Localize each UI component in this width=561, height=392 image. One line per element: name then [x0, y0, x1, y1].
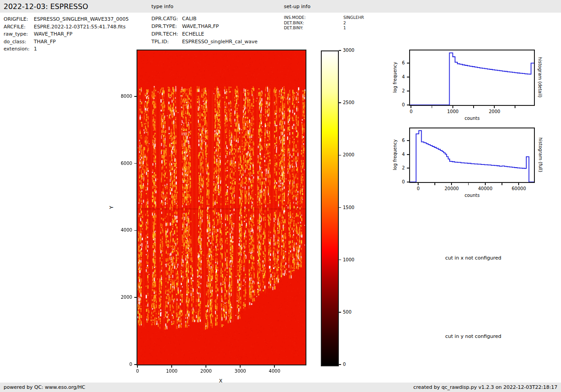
- histogram-detail-y-tick: [407, 63, 409, 64]
- histogram-detail-y-tick: [407, 91, 409, 91]
- y-tick-label: 0: [129, 362, 132, 367]
- setup-info-heading: set-up info: [284, 4, 310, 9]
- footer-left-text: powered by QC: www.eso.org/HC: [4, 384, 85, 390]
- info-value: THAR_FP: [34, 39, 56, 45]
- histogram-full-x-tick: [485, 183, 486, 185]
- info-label: DPR.TECH:: [151, 31, 178, 37]
- info-label: DPR.CATG:: [151, 16, 178, 22]
- info-value: ESPRESSO_SINGLEHR_WAVE337_0005: [34, 16, 129, 22]
- info-value: SINGLEHR: [343, 15, 364, 20]
- info-label: ORIGFILE:: [4, 16, 28, 22]
- colorbar-tick-label: 2500: [343, 100, 354, 105]
- type-info-heading: type info: [151, 4, 173, 9]
- y-tick-mark: [134, 297, 137, 298]
- x-tick-mark: [274, 365, 275, 368]
- x-tick-label: 3000: [235, 369, 246, 374]
- histogram-full-y-tick-label: 0: [402, 179, 405, 184]
- colorbar-tick-mark: [339, 260, 341, 260]
- info-value: WAVE,THAR,FP: [182, 23, 219, 29]
- histogram-full-x-tick-label: 0: [417, 186, 420, 191]
- histogram-full-x-tick: [418, 183, 419, 185]
- histogram-detail-y-tick-label: 4: [402, 74, 405, 79]
- histogram-detail-x-tick-label: 1000: [447, 109, 458, 114]
- colorbar-gradient: [321, 50, 339, 366]
- histogram-detail-x-tick: [473, 106, 474, 108]
- y-tick-label: 4000: [121, 228, 132, 232]
- colorbar-tick-mark: [339, 312, 341, 313]
- header-band: 2022-12-03: ESPRESSO type info set-up in…: [0, 0, 561, 13]
- colorbar-tick-mark: [339, 155, 341, 156]
- histogram-detail-y-tick: [407, 105, 409, 105]
- cut-y-note: cut in y not configured: [445, 333, 502, 339]
- info-value: ESPRESSO_singleHR_cal_wave: [182, 39, 258, 45]
- histogram-full-x-tick: [451, 183, 452, 185]
- colorbar-tick-label: 0: [343, 362, 346, 367]
- colorbar-tick-label: 1500: [343, 205, 354, 210]
- info-label: ARCFILE:: [4, 24, 26, 30]
- x-tick-mark: [171, 365, 172, 368]
- y-tick-mark: [134, 230, 137, 231]
- histogram-detail-yaxis-label: log frequency: [392, 62, 397, 93]
- info-label: do_class:: [4, 39, 26, 45]
- x-tick-mark: [137, 365, 138, 368]
- histogram-detail-x-tick-label: 2000: [489, 109, 500, 114]
- histogram-detail-x-tick: [410, 106, 411, 108]
- histogram-full-x-tick: [502, 183, 502, 185]
- histogram-full-yaxis-label: log frequency: [392, 139, 397, 170]
- info-value: CALIB: [182, 16, 196, 22]
- colorbar-tick-label: 3000: [343, 48, 354, 53]
- histogram-detail-xaxis-label: counts: [465, 116, 479, 121]
- x-tick-label: 0: [136, 369, 139, 374]
- histogram-detail-x-tick: [515, 106, 515, 108]
- histogram-detail-y-tick-label: 2: [402, 88, 405, 93]
- colorbar-tick-mark: [339, 364, 341, 365]
- y-tick-mark: [134, 364, 137, 365]
- footer-right-text: created by qc_rawdisp.py v1.2.3 on 2022-…: [413, 384, 557, 390]
- histogram-full-y-tick: [407, 140, 409, 141]
- histogram-full-line: [410, 128, 534, 182]
- y-tick-label: 8000: [121, 94, 132, 99]
- histogram-full-y-tick: [407, 168, 409, 169]
- histogram-detail-x-tick: [452, 106, 453, 108]
- histogram-full-y-tick-label: 4: [402, 152, 405, 157]
- colorbar-tick-label: 2000: [343, 152, 354, 157]
- info-label: raw_type:: [4, 31, 28, 37]
- histogram-full-side-label: histogram (full): [538, 137, 543, 172]
- histogram-detail-x-tick: [494, 106, 495, 108]
- y-tick-label: 2000: [121, 295, 132, 300]
- histogram-full-x-tick-label: 60000: [511, 186, 526, 191]
- histogram-full-x-tick-label: 40000: [478, 186, 493, 191]
- x-tick-label: 4000: [269, 369, 280, 374]
- colorbar-tick-label: 1000: [343, 257, 354, 262]
- histogram-full-x-tick: [468, 183, 469, 185]
- histogram-full-y-tick: [407, 154, 409, 155]
- y-tick-label: 6000: [121, 161, 132, 166]
- histogram-full-y-tick-label: 2: [402, 165, 405, 170]
- info-label: extension:: [4, 46, 29, 52]
- colorbar-tick-label: 500: [343, 310, 351, 315]
- histogram-full-x-tick: [518, 183, 519, 185]
- histogram-detail-x-tick: [432, 106, 433, 108]
- histogram-full-y-tick-label: 6: [402, 138, 405, 143]
- qc-report-page: 2022-12-03: ESPRESSO type info set-up in…: [0, 0, 561, 392]
- info-value: 1: [34, 46, 37, 52]
- colorbar-tick-mark: [339, 207, 341, 208]
- histogram-full-x-tick-label: 20000: [444, 186, 459, 191]
- y-tick-mark: [134, 163, 137, 164]
- info-value: ESPRE.2022-12-03T21:55:41.748.fits: [34, 24, 126, 30]
- raw-image-yaxis-label: Y: [109, 206, 114, 209]
- x-tick-label: 2000: [201, 369, 212, 374]
- histogram-detail-line: [410, 50, 534, 105]
- info-value: 1: [343, 26, 346, 30]
- histogram-detail-y-tick: [407, 77, 409, 77]
- colorbar-tick-mark: [339, 102, 341, 103]
- info-label: TPL.ID:: [151, 39, 169, 45]
- histogram-full-x-tick: [434, 183, 435, 185]
- y-tick-mark: [134, 96, 137, 97]
- x-tick-label: 1000: [166, 369, 178, 374]
- histogram-detail-y-tick-label: 6: [402, 60, 405, 65]
- info-value: WAVE_THAR_FP: [34, 31, 73, 37]
- info-value: 2: [343, 21, 346, 25]
- histogram-full-y-tick: [407, 182, 409, 182]
- histogram-detail-y-tick-label: 0: [402, 102, 405, 107]
